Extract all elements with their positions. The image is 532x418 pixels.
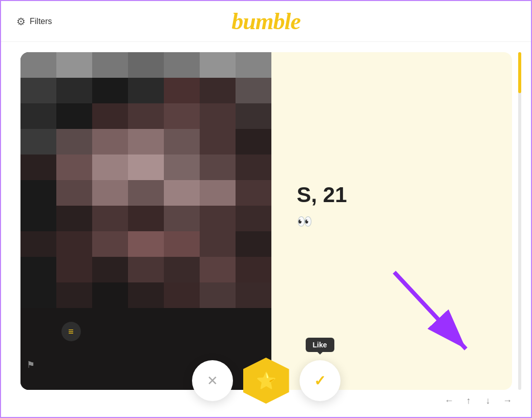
svg-rect-15 <box>20 103 56 129</box>
filters-button[interactable]: ⚙ Filters <box>16 15 52 28</box>
like-button-wrapper: Like ✓ <box>300 360 341 401</box>
flag-button[interactable]: ⚑ <box>27 359 35 370</box>
svg-rect-25 <box>128 129 164 155</box>
svg-rect-6 <box>200 52 236 78</box>
svg-rect-69 <box>200 282 236 308</box>
svg-rect-10 <box>92 78 128 103</box>
svg-rect-65 <box>56 282 92 308</box>
nav-right-icon: → <box>503 395 512 406</box>
svg-rect-29 <box>20 155 56 180</box>
svg-rect-11 <box>128 78 164 103</box>
dislike-icon: ✕ <box>207 373 218 389</box>
svg-rect-59 <box>92 257 128 282</box>
nav-up-button[interactable]: ↑ <box>460 392 477 409</box>
svg-rect-47 <box>164 206 200 231</box>
svg-rect-4 <box>128 52 164 78</box>
svg-rect-50 <box>20 231 56 257</box>
svg-rect-31 <box>92 155 128 180</box>
svg-rect-64 <box>20 282 56 308</box>
profile-name: S, 21 <box>297 183 492 207</box>
svg-rect-48 <box>200 206 236 231</box>
like-button[interactable]: ✓ <box>300 360 341 401</box>
svg-rect-51 <box>56 231 92 257</box>
svg-rect-52 <box>92 231 128 257</box>
svg-rect-8 <box>20 78 56 103</box>
logo: bumble <box>231 8 301 35</box>
svg-rect-16 <box>56 103 92 129</box>
flag-icon: ⚑ <box>27 360 35 370</box>
superlike-button[interactable]: ⭐ <box>243 358 289 404</box>
nav-left-button[interactable]: ← <box>441 392 457 409</box>
nav-left-icon: ← <box>444 395 454 406</box>
svg-rect-23 <box>56 129 92 155</box>
svg-rect-42 <box>236 180 271 206</box>
svg-rect-3 <box>92 52 128 78</box>
svg-rect-62 <box>200 257 236 282</box>
svg-rect-7 <box>236 52 271 78</box>
svg-rect-54 <box>164 231 200 257</box>
photo-canvas <box>20 52 271 390</box>
svg-rect-20 <box>200 103 236 129</box>
svg-rect-38 <box>92 180 128 206</box>
svg-rect-37 <box>56 180 92 206</box>
svg-rect-1 <box>20 52 56 78</box>
svg-rect-66 <box>92 282 128 308</box>
scrollbar-thumb <box>518 52 521 93</box>
svg-rect-40 <box>164 180 200 206</box>
superlike-icon: ⭐ <box>256 371 276 390</box>
svg-rect-34 <box>200 155 236 180</box>
superlike-wrapper: ⭐ <box>243 358 289 404</box>
svg-rect-30 <box>56 155 92 180</box>
svg-rect-55 <box>200 231 236 257</box>
profile-eyes: 👀 <box>297 214 492 229</box>
svg-rect-35 <box>236 155 271 180</box>
nav-down-icon: ↓ <box>486 395 491 406</box>
navigation-arrows: ← ↑ ↓ → <box>441 392 516 409</box>
filters-icon: ⚙ <box>16 15 26 28</box>
filters-label: Filters <box>30 17 52 26</box>
svg-rect-67 <box>128 282 164 308</box>
svg-rect-14 <box>236 78 271 103</box>
like-tooltip: Like <box>305 338 334 352</box>
svg-rect-28 <box>236 129 271 155</box>
svg-rect-36 <box>20 180 56 206</box>
svg-rect-70 <box>236 282 271 308</box>
main-content: ≡ S, 21 👀 ⚑ ✕ <box>1 42 531 418</box>
photo-badge: ≡ <box>61 322 81 341</box>
svg-rect-13 <box>200 78 236 103</box>
svg-rect-22 <box>20 129 56 155</box>
svg-rect-21 <box>236 103 271 129</box>
svg-rect-5 <box>164 52 200 78</box>
profile-card: ≡ S, 21 👀 <box>20 52 512 395</box>
nav-down-button[interactable]: ↓ <box>480 392 496 409</box>
svg-rect-43 <box>20 206 56 231</box>
svg-rect-56 <box>236 231 271 257</box>
badge-icon: ≡ <box>68 326 74 337</box>
svg-rect-63 <box>236 257 271 282</box>
svg-rect-41 <box>200 180 236 206</box>
nav-up-icon: ↑ <box>466 395 471 406</box>
svg-rect-26 <box>164 129 200 155</box>
svg-rect-9 <box>56 78 92 103</box>
svg-rect-45 <box>92 206 128 231</box>
dislike-button[interactable]: ✕ <box>192 360 233 401</box>
svg-rect-58 <box>56 257 92 282</box>
svg-rect-33 <box>164 155 200 180</box>
profile-photo: ≡ <box>20 52 271 390</box>
svg-rect-53 <box>128 231 164 257</box>
svg-rect-24 <box>92 129 128 155</box>
svg-rect-32 <box>128 155 164 180</box>
svg-rect-2 <box>56 52 92 78</box>
svg-rect-44 <box>56 206 92 231</box>
svg-rect-46 <box>128 206 164 231</box>
header: ⚙ Filters bumble <box>1 1 531 42</box>
svg-rect-57 <box>20 257 56 282</box>
scrollbar-track[interactable] <box>518 52 521 390</box>
svg-rect-60 <box>128 257 164 282</box>
svg-rect-39 <box>128 180 164 206</box>
svg-rect-19 <box>164 103 200 129</box>
svg-rect-18 <box>128 103 164 129</box>
pixelated-image <box>20 52 271 390</box>
nav-right-button[interactable]: → <box>499 392 516 409</box>
svg-rect-61 <box>164 257 200 282</box>
